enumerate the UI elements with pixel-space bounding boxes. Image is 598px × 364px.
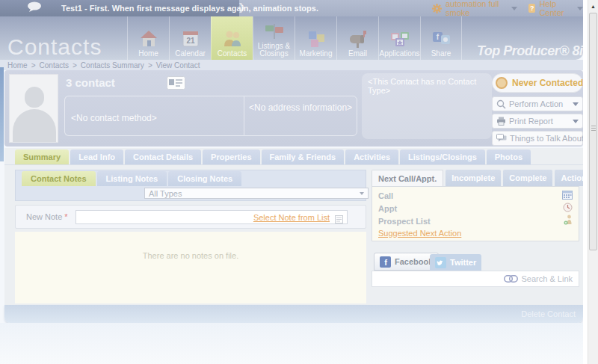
print-report-button[interactable]: Print Report — [492, 114, 583, 129]
search-and-link[interactable]: Search & Link — [522, 274, 573, 283]
notes-empty-area: There are no notes on file. — [15, 232, 366, 303]
tab-activities[interactable]: Activities — [345, 149, 398, 164]
perform-action-button[interactable]: Perform Action — [492, 96, 583, 111]
required-marker: * — [64, 212, 67, 221]
tab-complete[interactable]: Complete — [503, 170, 552, 186]
applications-icon — [389, 28, 411, 49]
chevron-down-icon[interactable] — [511, 7, 517, 10]
tab-twitter[interactable]: Twitter — [430, 254, 481, 271]
prospect-person-icon[interactable] — [564, 215, 573, 228]
scrollbar-up-arrow-icon[interactable]: ▲ — [588, 1, 598, 11]
tab-closing-notes[interactable]: Closing Notes — [168, 171, 241, 186]
page-title: Contacts — [7, 34, 102, 60]
app-window: Test1 - First. When first message displa… — [0, 0, 598, 364]
help-icon: ? — [528, 4, 535, 13]
nav-items: Home 21 Calendar Contacts Listings & Clo… — [127, 16, 462, 60]
chevron-down-icon[interactable] — [577, 7, 583, 10]
note-type-select[interactable]: All Types — [144, 188, 369, 199]
nav-item-contacts[interactable]: Contacts — [211, 16, 253, 60]
chevron-down-icon — [573, 120, 579, 123]
printer-icon — [496, 117, 506, 126]
address-box: <No address information> — [244, 96, 357, 136]
home-icon — [138, 28, 160, 49]
things-to-talk-about-button[interactable]: Things to Talk About — [492, 131, 583, 146]
tab-summary[interactable]: Summary — [15, 149, 69, 164]
select-note-from-list-link[interactable]: Select Note from List — [253, 213, 330, 222]
contact-photo-placeholder[interactable] — [9, 74, 58, 143]
main-navigation-bar: Contacts Home 21 Calendar Contacts — [0, 16, 583, 60]
contact-method-box: <No contact method> — [64, 96, 244, 136]
no-contact-method-text: <No contact method> — [71, 113, 157, 123]
breadcrumb-separator: > — [31, 61, 36, 70]
vertical-scrollbar[interactable]: ▲ — [588, 0, 598, 364]
tab-properties[interactable]: Properties — [203, 149, 259, 164]
tab-contact-notes[interactable]: Contact Notes — [22, 171, 96, 186]
breadcrumb-contacts-summary[interactable]: Contacts Summary — [81, 61, 144, 70]
contact-type-bubble: <This Contact has no Contact Type> — [362, 73, 492, 139]
nav-item-share[interactable]: f Share — [420, 16, 462, 60]
help-center-menu[interactable]: Help Center — [539, 0, 573, 17]
note-list-icon[interactable] — [335, 213, 343, 226]
listings-sign-icon — [263, 21, 286, 42]
breadcrumb-contacts[interactable]: Contacts — [40, 61, 69, 70]
breadcrumb-separator: > — [148, 61, 152, 70]
twitter-icon — [435, 257, 446, 268]
chat-bubbles-icon — [496, 134, 507, 143]
tab-next-call-appt[interactable]: Next Call/Appt. — [372, 170, 443, 186]
contacts-icon — [221, 28, 244, 49]
tab-listing-notes[interactable]: Listing Notes — [97, 171, 167, 186]
social-search-panel: Search & Link — [372, 271, 579, 287]
tab-divider — [4, 164, 583, 165]
never-contacted-button[interactable]: Never Contacted — [492, 73, 583, 93]
nav-item-email[interactable]: Email — [336, 16, 378, 60]
call-row: Call — [372, 189, 579, 202]
notification-message: Test1 - First. When first message displa… — [61, 4, 318, 13]
settings-menu[interactable]: automation full smoke — [446, 0, 508, 17]
breadcrumb: Home > Contacts > Contacts Summary > Vie… — [0, 60, 583, 70]
share-icon: f — [430, 28, 452, 49]
scrollbar-thumb[interactable] — [589, 13, 597, 250]
svg-text:21: 21 — [186, 37, 195, 45]
chevron-down-icon — [360, 192, 364, 195]
silhouette-head — [25, 87, 44, 108]
prospect-list-row: Prospect List — [372, 215, 579, 227]
activity-tabs: Next Call/Appt. Incomplete Complete Acti… — [372, 170, 598, 186]
notes-header: Contact Notes Listing Notes Closing Note… — [15, 170, 366, 201]
tab-photos[interactable]: Photos — [487, 149, 531, 164]
new-note-row: New Note * Select Note from List — [15, 205, 366, 229]
nav-item-home[interactable]: Home — [127, 16, 169, 60]
chevron-down-icon — [573, 102, 579, 106]
breadcrumb-separator: > — [73, 61, 77, 70]
facebook-icon: f — [380, 256, 391, 268]
nav-item-applications[interactable]: Applications — [378, 16, 420, 60]
suggested-next-action-link[interactable]: Suggested Next Action — [378, 229, 461, 238]
nav-item-marketing[interactable]: Marketing — [295, 16, 336, 60]
tab-incomplete[interactable]: Incomplete — [446, 170, 501, 186]
top-right-menus: automation full smoke ? Help Center — [432, 0, 583, 16]
no-address-text: <No address information> — [249, 102, 352, 113]
delete-contact-link[interactable]: Delete Contact — [521, 309, 576, 318]
tab-lead-info[interactable]: Lead Info — [70, 149, 123, 164]
status-dot-icon — [496, 77, 508, 89]
nav-item-listings-closings[interactable]: Listings & Closings — [253, 16, 295, 60]
next-call-appt-panel: Call Appt Prospect List — [372, 186, 579, 241]
activity-rows: Call Appt Prospect List — [372, 187, 579, 227]
appt-row: Appt — [372, 202, 579, 215]
nav-item-calendar[interactable]: 21 Calendar — [169, 16, 211, 60]
silhouette-body — [13, 109, 56, 143]
notification-message-segment: Test1 - First. When first message displa… — [0, 0, 239, 16]
tab-contact-details[interactable]: Contact Details — [125, 149, 201, 164]
calendar-icon: 21 — [179, 28, 202, 49]
contact-header-panel: 3 contact <No contact method> <No addres… — [4, 70, 583, 146]
new-note-label: New Note * — [26, 212, 68, 221]
tab-family-friends[interactable]: Family & Friends — [262, 149, 345, 164]
call-calendar-icon[interactable] — [562, 189, 573, 203]
contact-name: 3 contact — [66, 76, 115, 89]
gear-icon — [432, 4, 442, 13]
appt-clock-icon[interactable] — [563, 202, 573, 215]
breadcrumb-home[interactable]: Home — [7, 61, 28, 70]
breadcrumb-view-contact: View Contact — [156, 61, 200, 70]
contact-card-icon[interactable] — [167, 75, 185, 94]
tab-listings-closings[interactable]: Listings/Closings — [400, 149, 485, 164]
no-contact-type-text: <This Contact has no Contact Type> — [362, 73, 492, 99]
